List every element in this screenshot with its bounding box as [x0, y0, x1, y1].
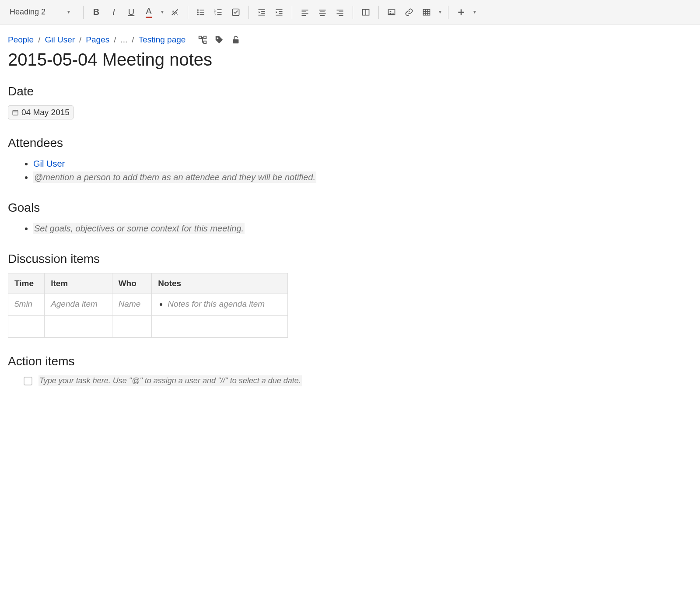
svg-point-3 [197, 9, 199, 10]
bold-button[interactable]: B [88, 4, 105, 21]
cell-notes[interactable] [152, 316, 288, 338]
clear-formatting-button[interactable]: ᵃA [167, 4, 183, 21]
insert-table-button[interactable] [418, 4, 435, 21]
breadcrumb-separator: / [38, 35, 40, 45]
svg-rect-51 [233, 39, 239, 43]
svg-rect-8 [200, 14, 204, 15]
svg-rect-25 [302, 11, 306, 12]
svg-point-7 [197, 14, 199, 15]
cell-who[interactable]: Name [112, 294, 152, 316]
cell-time[interactable]: 5min [8, 294, 45, 316]
section-heading-attendees[interactable]: Attendees [8, 136, 508, 150]
attendee-link[interactable]: Gil User [33, 159, 65, 168]
chevron-down-icon: ▼ [472, 10, 477, 14]
checkbox-icon [231, 8, 240, 17]
text-color-dropdown[interactable]: ▼ [158, 4, 166, 21]
toolbar-separator [248, 6, 249, 19]
attendee-placeholder: @mention a person to add them as an atte… [33, 172, 316, 183]
bullet-list-icon [196, 8, 205, 17]
indent-button[interactable] [271, 4, 287, 21]
align-left-icon [301, 8, 309, 17]
align-center-button[interactable] [314, 4, 331, 21]
task-checkbox[interactable] [24, 377, 32, 385]
svg-rect-24 [302, 10, 308, 10]
italic-button[interactable]: I [105, 4, 122, 21]
svg-rect-48 [204, 36, 206, 39]
cell-notes[interactable]: Notes for this agenda item [152, 294, 288, 316]
table-row[interactable]: 5min Agenda item Name Notes for this age… [8, 294, 288, 316]
table-dropdown[interactable]: ▼ [436, 4, 444, 21]
numbered-list-icon: 123 [214, 8, 223, 17]
insert-more-button[interactable] [453, 4, 469, 21]
breadcrumb-separator: / [132, 35, 134, 45]
align-left-button[interactable] [297, 4, 313, 21]
section-heading-date[interactable]: Date [8, 84, 508, 98]
section-heading-action[interactable]: Action items [8, 354, 508, 368]
outdent-button[interactable] [253, 4, 270, 21]
unlock-icon[interactable] [231, 35, 241, 45]
paragraph-style-select[interactable]: Heading 2 ▼ [5, 6, 75, 18]
svg-rect-18 [261, 13, 265, 14]
breadcrumb-item[interactable]: People [8, 35, 34, 45]
underline-button[interactable]: U [123, 4, 140, 21]
date-chip[interactable]: 04 May 2015 [8, 105, 74, 119]
goal-placeholder: Set goals, objectives or some context fo… [33, 223, 245, 234]
numbered-list-button[interactable]: 123 [210, 4, 227, 21]
svg-rect-34 [337, 13, 343, 14]
svg-rect-31 [320, 15, 325, 16]
svg-rect-28 [319, 10, 326, 10]
layout-icon [361, 8, 370, 17]
breadcrumb-item[interactable]: Testing page [139, 35, 186, 45]
list-item[interactable]: @mention a person to add them as an atte… [33, 171, 508, 184]
paragraph-style-label: Heading 2 [10, 7, 46, 17]
label-icon[interactable] [214, 35, 224, 45]
insert-link-button[interactable] [401, 4, 417, 21]
align-right-button[interactable] [332, 4, 348, 21]
cell-item[interactable] [45, 316, 112, 338]
page-title[interactable]: 2015-05-04 Meeting notes [8, 50, 508, 70]
svg-rect-27 [302, 15, 306, 16]
page-content: People / Gil User / Pages / ... / Testin… [0, 24, 516, 404]
toolbar-separator [83, 6, 84, 19]
text-color-button[interactable]: A [140, 4, 157, 21]
breadcrumb-item[interactable]: Gil User [45, 35, 75, 45]
cell-who[interactable] [112, 316, 152, 338]
col-time: Time [8, 273, 45, 294]
breadcrumb-ellipsis[interactable]: ... [121, 35, 128, 45]
page-tree-icon[interactable] [198, 35, 207, 45]
toolbar-separator [378, 6, 379, 19]
toolbar-separator [353, 6, 353, 19]
list-item[interactable]: Set goals, objectives or some context fo… [33, 222, 508, 235]
svg-rect-30 [319, 13, 326, 14]
svg-rect-49 [204, 41, 206, 44]
cell-time[interactable] [8, 316, 45, 338]
bullet-list-button[interactable] [192, 4, 209, 21]
svg-rect-26 [302, 13, 308, 14]
col-who: Who [112, 273, 152, 294]
goals-list[interactable]: Set goals, objectives or some context fo… [8, 222, 508, 235]
insert-image-button[interactable] [383, 4, 400, 21]
svg-rect-32 [337, 10, 343, 10]
chevron-down-icon: ▼ [66, 10, 71, 14]
calendar-icon [12, 109, 19, 116]
section-heading-goals[interactable]: Goals [8, 201, 508, 215]
discussion-table[interactable]: Time Item Who Notes 5min Agenda item Nam… [8, 273, 288, 338]
task-row[interactable]: Type your task here. Use "@" to assign a… [8, 375, 508, 386]
indent-icon [275, 8, 284, 17]
svg-rect-6 [200, 12, 204, 13]
section-heading-discussion[interactable]: Discussion items [8, 252, 508, 266]
breadcrumb-item[interactable]: Pages [86, 35, 109, 45]
plus-icon [457, 8, 466, 17]
insert-more-dropdown[interactable]: ▼ [470, 4, 478, 21]
table-row[interactable] [8, 316, 288, 338]
cell-item[interactable]: Agenda item [45, 294, 112, 316]
attendees-list[interactable]: Gil User @mention a person to add them a… [8, 157, 508, 184]
task-list-button[interactable] [228, 4, 244, 21]
svg-rect-23 [276, 14, 283, 15]
page-layout-button[interactable] [357, 4, 374, 21]
link-icon [405, 8, 413, 17]
table-icon [422, 8, 431, 17]
toolbar-separator [448, 6, 448, 19]
list-item[interactable]: Gil User [33, 157, 508, 171]
toolbar-separator [292, 6, 292, 19]
